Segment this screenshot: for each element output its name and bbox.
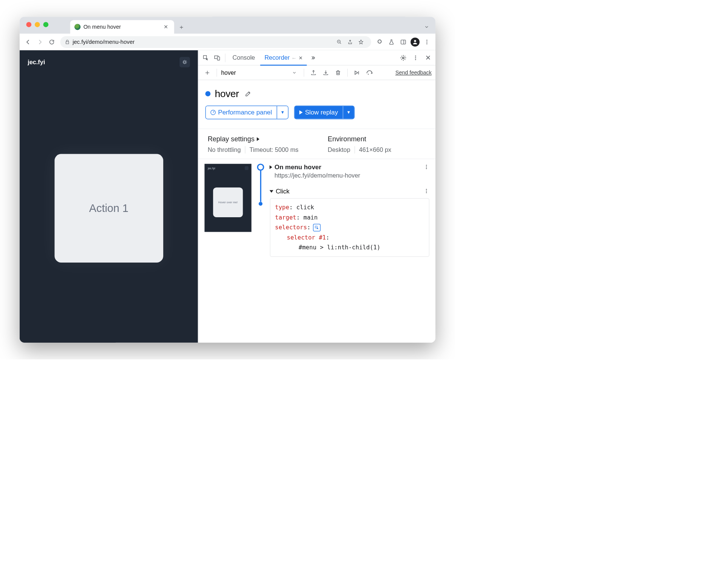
recording-select[interactable] [221, 69, 287, 76]
tab-strip: On menu hover ✕ ＋ [20, 17, 435, 34]
edit-title-button[interactable] [243, 89, 252, 99]
replay-dropdown[interactable]: ▼ [343, 106, 354, 119]
replay-button[interactable]: Slow replay ▼ [294, 105, 355, 119]
environment-label: Environment [328, 135, 428, 143]
tab-close-icon[interactable]: ✕ [162, 23, 170, 31]
replay-settings-toggle[interactable]: Replay settings [208, 135, 318, 143]
sidepanel-icon[interactable] [398, 37, 409, 47]
pick-selector-button[interactable] [313, 224, 321, 232]
svg-point-12 [415, 57, 416, 58]
browser-menu-icon[interactable] [422, 37, 432, 47]
profile-button[interactable] [410, 37, 420, 47]
step-menu-icon[interactable] [424, 188, 429, 194]
import-icon[interactable] [321, 67, 331, 78]
svg-point-16 [426, 167, 427, 168]
performance-panel-button[interactable]: Performance panel ▼ [205, 105, 288, 119]
timeline [256, 164, 265, 257]
devtools-tabs: Console Recorder ✕ ✕ [198, 50, 435, 65]
forward-button[interactable] [35, 37, 45, 47]
svg-point-10 [403, 57, 404, 59]
window-close[interactable] [26, 22, 31, 27]
step-menu-icon[interactable] [424, 164, 429, 170]
page-viewport: jec.fyi Action 1 [20, 50, 198, 343]
tab-close-icon[interactable]: ✕ [299, 55, 303, 60]
devtools-close-icon[interactable]: ✕ [423, 53, 433, 63]
pin-icon [291, 56, 296, 60]
window-minimize[interactable] [35, 22, 40, 27]
svg-rect-9 [217, 57, 220, 60]
inspect-icon[interactable] [201, 53, 211, 63]
step-click: Click type: click target: main selectors… [270, 179, 431, 257]
throttling-value: No throttling [208, 146, 245, 153]
tab-console[interactable]: Console [228, 50, 259, 65]
step-navigate[interactable]: On menu hover https://jec.fyi/demo/menu-… [270, 164, 431, 179]
browser-toolbar: jec.fyi/demo/menu-hover [20, 34, 435, 50]
svg-point-4 [426, 42, 428, 43]
chevron-down-icon [270, 190, 273, 193]
zoom-icon[interactable] [337, 39, 345, 45]
favicon-icon [74, 24, 81, 30]
timeout-value: Timeout: 5000 ms [245, 146, 303, 153]
devtools-menu-icon[interactable] [410, 53, 421, 63]
window-maximize[interactable] [43, 22, 48, 27]
tab-recorder[interactable]: Recorder ✕ [260, 50, 307, 65]
step-details: type: click target: main selectors: sele… [270, 198, 429, 257]
step-icon[interactable] [364, 67, 375, 78]
recording-status-dot [205, 91, 211, 96]
back-button[interactable] [23, 37, 34, 47]
svg-point-19 [426, 190, 427, 192]
svg-point-13 [415, 59, 416, 60]
svg-point-18 [426, 189, 427, 190]
svg-rect-1 [401, 40, 406, 44]
recording-title: hover [215, 88, 239, 99]
tab-overflow-button[interactable] [421, 22, 432, 32]
site-title[interactable]: jec.fyi [28, 59, 45, 66]
dimensions-value: 461×660 px [355, 146, 396, 153]
url-text: jec.fyi/demo/menu-hover [73, 39, 334, 45]
svg-point-11 [415, 56, 416, 57]
svg-point-3 [426, 40, 428, 41]
svg-point-15 [426, 165, 427, 166]
svg-point-14 [368, 74, 369, 74]
step-over-icon[interactable] [352, 67, 362, 78]
step-thumbnail: jec.fyi Hover over me! [204, 164, 252, 232]
bookmark-icon[interactable] [358, 39, 366, 45]
svg-point-2 [414, 40, 416, 42]
labs-icon[interactable] [386, 37, 397, 47]
settings-icon[interactable] [398, 53, 409, 63]
gauge-icon [211, 110, 216, 115]
svg-point-17 [426, 168, 427, 169]
add-recording-button[interactable]: ＋ [202, 67, 212, 78]
step-click-header[interactable]: Click [270, 188, 431, 195]
play-icon [299, 110, 303, 114]
recording-dropdown-icon[interactable] [289, 67, 300, 78]
tab-title: On menu hover [84, 24, 121, 30]
selector-value[interactable]: #menu > li:nth-child(1) [299, 243, 424, 253]
card-label: Action 1 [89, 202, 129, 215]
device-toggle-icon[interactable] [212, 53, 223, 63]
window-controls [26, 22, 48, 27]
share-icon[interactable] [347, 39, 355, 45]
lock-icon [65, 40, 70, 45]
new-tab-button[interactable]: ＋ [176, 22, 187, 32]
send-feedback-link[interactable]: Send feedback [395, 70, 432, 76]
recorder-toolbar: ＋ Send feedback [198, 65, 435, 80]
extensions-icon[interactable] [375, 37, 385, 47]
export-icon[interactable] [308, 67, 319, 78]
device-value: Desktop [328, 146, 355, 153]
browser-tab[interactable]: On menu hover ✕ [70, 20, 174, 34]
chevron-right-icon [257, 137, 260, 141]
svg-point-5 [426, 43, 428, 44]
svg-point-6 [184, 61, 186, 63]
chevron-right-icon [270, 165, 272, 169]
reload-button[interactable] [46, 37, 57, 47]
more-tabs-icon[interactable] [308, 53, 319, 63]
performance-dropdown[interactable]: ▼ [277, 106, 288, 119]
devtools-panel: Console Recorder ✕ ✕ ＋ [198, 50, 435, 343]
address-bar[interactable]: jec.fyi/demo/menu-hover [60, 36, 371, 48]
theme-toggle-button[interactable] [180, 57, 190, 68]
demo-card[interactable]: Action 1 [54, 154, 163, 263]
delete-icon[interactable] [333, 67, 344, 78]
svg-point-20 [426, 192, 427, 193]
